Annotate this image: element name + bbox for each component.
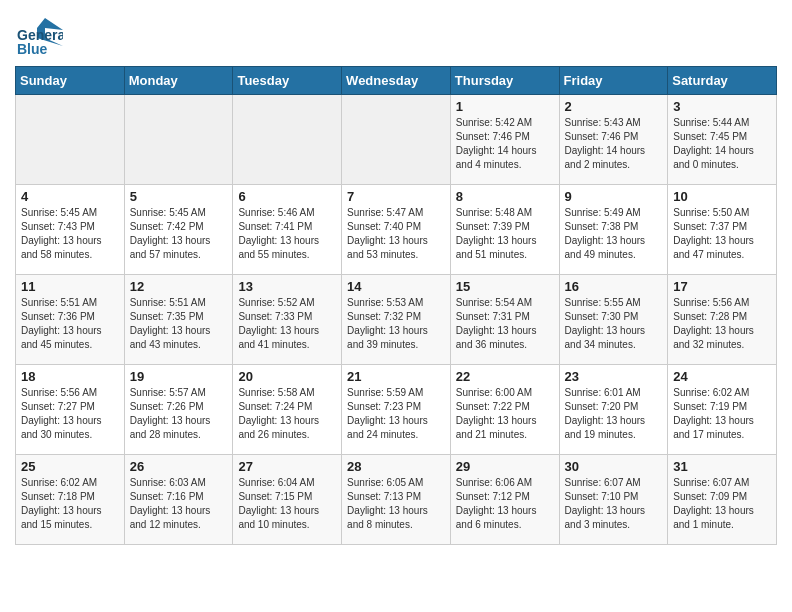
calendar-day-cell: 27Sunrise: 6:04 AMSunset: 7:15 PMDayligh… xyxy=(233,455,342,545)
day-info: Sunrise: 6:06 AMSunset: 7:12 PMDaylight:… xyxy=(456,476,554,532)
calendar-day-cell xyxy=(124,95,233,185)
day-of-week-header: Tuesday xyxy=(233,67,342,95)
day-of-week-header: Saturday xyxy=(668,67,777,95)
calendar-day-cell: 31Sunrise: 6:07 AMSunset: 7:09 PMDayligh… xyxy=(668,455,777,545)
calendar-day-cell: 4Sunrise: 5:45 AMSunset: 7:43 PMDaylight… xyxy=(16,185,125,275)
calendar-day-cell: 17Sunrise: 5:56 AMSunset: 7:28 PMDayligh… xyxy=(668,275,777,365)
calendar-day-cell: 15Sunrise: 5:54 AMSunset: 7:31 PMDayligh… xyxy=(450,275,559,365)
day-info: Sunrise: 5:59 AMSunset: 7:23 PMDaylight:… xyxy=(347,386,445,442)
day-number: 25 xyxy=(21,459,119,474)
day-number: 30 xyxy=(565,459,663,474)
day-number: 8 xyxy=(456,189,554,204)
day-number: 19 xyxy=(130,369,228,384)
logo-icon: General Blue xyxy=(15,10,63,58)
calendar-day-cell: 9Sunrise: 5:49 AMSunset: 7:38 PMDaylight… xyxy=(559,185,668,275)
calendar-day-cell xyxy=(342,95,451,185)
day-number: 16 xyxy=(565,279,663,294)
calendar-day-cell: 28Sunrise: 6:05 AMSunset: 7:13 PMDayligh… xyxy=(342,455,451,545)
day-number: 10 xyxy=(673,189,771,204)
day-info: Sunrise: 5:44 AMSunset: 7:45 PMDaylight:… xyxy=(673,116,771,172)
day-number: 21 xyxy=(347,369,445,384)
day-info: Sunrise: 6:04 AMSunset: 7:15 PMDaylight:… xyxy=(238,476,336,532)
day-info: Sunrise: 5:56 AMSunset: 7:27 PMDaylight:… xyxy=(21,386,119,442)
calendar-header-row: SundayMondayTuesdayWednesdayThursdayFrid… xyxy=(16,67,777,95)
calendar-day-cell: 13Sunrise: 5:52 AMSunset: 7:33 PMDayligh… xyxy=(233,275,342,365)
day-number: 7 xyxy=(347,189,445,204)
day-number: 9 xyxy=(565,189,663,204)
day-number: 20 xyxy=(238,369,336,384)
day-number: 4 xyxy=(21,189,119,204)
calendar-week-row: 1Sunrise: 5:42 AMSunset: 7:46 PMDaylight… xyxy=(16,95,777,185)
calendar-day-cell: 14Sunrise: 5:53 AMSunset: 7:32 PMDayligh… xyxy=(342,275,451,365)
day-number: 13 xyxy=(238,279,336,294)
day-info: Sunrise: 6:02 AMSunset: 7:18 PMDaylight:… xyxy=(21,476,119,532)
day-of-week-header: Monday xyxy=(124,67,233,95)
day-info: Sunrise: 5:55 AMSunset: 7:30 PMDaylight:… xyxy=(565,296,663,352)
svg-text:Blue: Blue xyxy=(17,41,48,57)
day-info: Sunrise: 6:07 AMSunset: 7:09 PMDaylight:… xyxy=(673,476,771,532)
calendar-day-cell: 21Sunrise: 5:59 AMSunset: 7:23 PMDayligh… xyxy=(342,365,451,455)
calendar-week-row: 11Sunrise: 5:51 AMSunset: 7:36 PMDayligh… xyxy=(16,275,777,365)
day-info: Sunrise: 5:51 AMSunset: 7:36 PMDaylight:… xyxy=(21,296,119,352)
calendar-day-cell: 16Sunrise: 5:55 AMSunset: 7:30 PMDayligh… xyxy=(559,275,668,365)
day-number: 11 xyxy=(21,279,119,294)
day-of-week-header: Sunday xyxy=(16,67,125,95)
calendar-day-cell: 24Sunrise: 6:02 AMSunset: 7:19 PMDayligh… xyxy=(668,365,777,455)
day-info: Sunrise: 5:47 AMSunset: 7:40 PMDaylight:… xyxy=(347,206,445,262)
day-number: 17 xyxy=(673,279,771,294)
calendar-week-row: 25Sunrise: 6:02 AMSunset: 7:18 PMDayligh… xyxy=(16,455,777,545)
calendar-day-cell xyxy=(16,95,125,185)
day-info: Sunrise: 5:53 AMSunset: 7:32 PMDaylight:… xyxy=(347,296,445,352)
day-number: 2 xyxy=(565,99,663,114)
calendar-day-cell: 7Sunrise: 5:47 AMSunset: 7:40 PMDaylight… xyxy=(342,185,451,275)
day-info: Sunrise: 5:58 AMSunset: 7:24 PMDaylight:… xyxy=(238,386,336,442)
calendar-day-cell: 20Sunrise: 5:58 AMSunset: 7:24 PMDayligh… xyxy=(233,365,342,455)
calendar-day-cell: 3Sunrise: 5:44 AMSunset: 7:45 PMDaylight… xyxy=(668,95,777,185)
calendar-day-cell: 1Sunrise: 5:42 AMSunset: 7:46 PMDaylight… xyxy=(450,95,559,185)
calendar-day-cell: 6Sunrise: 5:46 AMSunset: 7:41 PMDaylight… xyxy=(233,185,342,275)
calendar-day-cell: 10Sunrise: 5:50 AMSunset: 7:37 PMDayligh… xyxy=(668,185,777,275)
day-info: Sunrise: 6:03 AMSunset: 7:16 PMDaylight:… xyxy=(130,476,228,532)
calendar-day-cell: 23Sunrise: 6:01 AMSunset: 7:20 PMDayligh… xyxy=(559,365,668,455)
day-info: Sunrise: 5:57 AMSunset: 7:26 PMDaylight:… xyxy=(130,386,228,442)
day-number: 1 xyxy=(456,99,554,114)
day-number: 23 xyxy=(565,369,663,384)
logo: General Blue xyxy=(15,10,63,58)
day-number: 14 xyxy=(347,279,445,294)
day-info: Sunrise: 5:45 AMSunset: 7:43 PMDaylight:… xyxy=(21,206,119,262)
day-info: Sunrise: 5:54 AMSunset: 7:31 PMDaylight:… xyxy=(456,296,554,352)
day-of-week-header: Friday xyxy=(559,67,668,95)
calendar-week-row: 18Sunrise: 5:56 AMSunset: 7:27 PMDayligh… xyxy=(16,365,777,455)
calendar-day-cell: 26Sunrise: 6:03 AMSunset: 7:16 PMDayligh… xyxy=(124,455,233,545)
day-number: 5 xyxy=(130,189,228,204)
day-number: 6 xyxy=(238,189,336,204)
day-number: 31 xyxy=(673,459,771,474)
day-number: 29 xyxy=(456,459,554,474)
day-info: Sunrise: 6:05 AMSunset: 7:13 PMDaylight:… xyxy=(347,476,445,532)
page-header: General Blue xyxy=(15,10,777,58)
day-info: Sunrise: 5:48 AMSunset: 7:39 PMDaylight:… xyxy=(456,206,554,262)
day-info: Sunrise: 6:02 AMSunset: 7:19 PMDaylight:… xyxy=(673,386,771,442)
day-number: 27 xyxy=(238,459,336,474)
day-info: Sunrise: 5:49 AMSunset: 7:38 PMDaylight:… xyxy=(565,206,663,262)
day-number: 22 xyxy=(456,369,554,384)
calendar-day-cell: 2Sunrise: 5:43 AMSunset: 7:46 PMDaylight… xyxy=(559,95,668,185)
day-info: Sunrise: 5:45 AMSunset: 7:42 PMDaylight:… xyxy=(130,206,228,262)
day-info: Sunrise: 5:42 AMSunset: 7:46 PMDaylight:… xyxy=(456,116,554,172)
day-number: 24 xyxy=(673,369,771,384)
calendar-day-cell: 8Sunrise: 5:48 AMSunset: 7:39 PMDaylight… xyxy=(450,185,559,275)
calendar-day-cell: 19Sunrise: 5:57 AMSunset: 7:26 PMDayligh… xyxy=(124,365,233,455)
day-number: 26 xyxy=(130,459,228,474)
calendar-day-cell: 5Sunrise: 5:45 AMSunset: 7:42 PMDaylight… xyxy=(124,185,233,275)
day-info: Sunrise: 5:50 AMSunset: 7:37 PMDaylight:… xyxy=(673,206,771,262)
day-of-week-header: Wednesday xyxy=(342,67,451,95)
day-number: 12 xyxy=(130,279,228,294)
calendar-day-cell xyxy=(233,95,342,185)
day-number: 28 xyxy=(347,459,445,474)
calendar-day-cell: 22Sunrise: 6:00 AMSunset: 7:22 PMDayligh… xyxy=(450,365,559,455)
day-info: Sunrise: 6:00 AMSunset: 7:22 PMDaylight:… xyxy=(456,386,554,442)
calendar-week-row: 4Sunrise: 5:45 AMSunset: 7:43 PMDaylight… xyxy=(16,185,777,275)
day-number: 3 xyxy=(673,99,771,114)
day-info: Sunrise: 5:52 AMSunset: 7:33 PMDaylight:… xyxy=(238,296,336,352)
calendar-day-cell: 12Sunrise: 5:51 AMSunset: 7:35 PMDayligh… xyxy=(124,275,233,365)
